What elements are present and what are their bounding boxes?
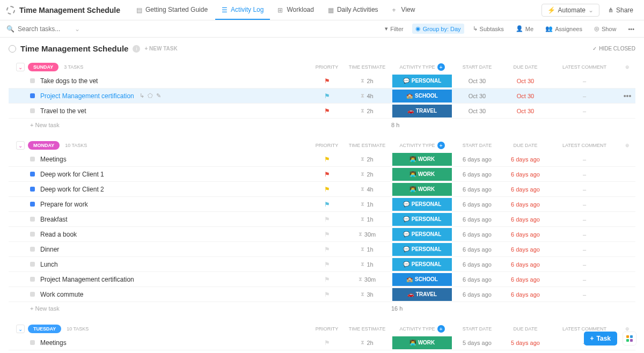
activity-type-cell[interactable]: 💬PERSONAL [391, 75, 453, 87]
time-estimate-cell[interactable]: ⧗2h [343, 108, 391, 114]
add-task-row[interactable]: + New task8 h [9, 119, 635, 128]
due-date-cell[interactable]: 6 days ago [501, 276, 550, 283]
comment-cell[interactable]: – [550, 246, 619, 253]
due-date-cell[interactable]: 6 days ago [501, 186, 550, 193]
search-input[interactable] [18, 25, 71, 33]
task-row[interactable]: Travel to the vet ⚑ ⧗2h 🚗TRAVEL Oct 30 O… [9, 104, 635, 119]
time-estimate-cell[interactable]: ⧗3h [343, 291, 391, 298]
add-column-button[interactable]: ⊕ [619, 64, 635, 70]
task-row[interactable]: Project Management certification ⚑ ⧗30m … [9, 272, 635, 287]
task-name[interactable]: Deep work for Client 2 [40, 186, 104, 193]
col-priority[interactable]: PRIORITY [311, 143, 343, 148]
status-square-icon[interactable] [30, 108, 35, 113]
activity-type-cell[interactable]: 🚗TRAVEL [391, 288, 453, 301]
status-square-icon[interactable] [30, 340, 35, 345]
start-date-cell[interactable]: Oct 30 [453, 93, 501, 99]
automate-button[interactable]: ⚡ Automate ⌄ [541, 4, 599, 17]
col-start[interactable]: START DATE [453, 326, 501, 332]
start-date-cell[interactable]: 6 days ago [453, 186, 501, 193]
add-column-button[interactable]: ⊕ [619, 326, 635, 332]
task-row[interactable]: Meetings ⚑ ⧗2h 👨‍💻WORK 6 days ago 6 days… [9, 152, 635, 167]
time-estimate-cell[interactable]: ⧗1h [343, 201, 391, 208]
assignees-button[interactable]: 👥Assignees [542, 24, 586, 34]
task-name[interactable]: Project Management certification [40, 92, 134, 100]
task-name[interactable]: Travel to the vet [40, 107, 86, 115]
col-priority[interactable]: PRIORITY [311, 326, 343, 332]
day-badge[interactable]: MONDAY [28, 141, 60, 150]
more-button[interactable]: ••• [625, 24, 638, 34]
col-start[interactable]: START DATE [453, 64, 501, 70]
col-start[interactable]: START DATE [453, 143, 501, 148]
group-by-button[interactable]: ◉Group by: Day [412, 24, 464, 34]
comment-cell[interactable]: – [550, 261, 619, 268]
collapse-button[interactable]: ⌄ [16, 141, 25, 150]
info-icon[interactable]: i [133, 45, 140, 53]
activity-type-cell[interactable]: 👨‍💻WORK [391, 183, 453, 196]
priority-cell[interactable]: ⚑ [311, 92, 343, 100]
activity-type-cell[interactable]: 👨‍💻WORK [391, 336, 453, 349]
col-comment[interactable]: LATEST COMMENT [550, 143, 619, 148]
activity-type-cell[interactable]: 🏫SCHOOL [391, 273, 453, 286]
activity-type-cell[interactable]: 💬PERSONAL [391, 243, 453, 256]
status-square-icon[interactable] [30, 277, 35, 282]
comment-cell[interactable]: – [550, 186, 619, 193]
activity-type-cell[interactable]: 👨‍💻WORK [391, 168, 453, 181]
tab-workload[interactable]: ⊞Workload [271, 1, 320, 20]
time-estimate-cell[interactable]: ⧗2h [343, 340, 391, 346]
task-row[interactable]: Read a book ⚑ ⧗30m 💬PERSONAL 6 days ago … [9, 227, 635, 242]
due-date-cell[interactable]: 6 days ago [501, 291, 550, 298]
col-priority[interactable]: PRIORITY [311, 64, 343, 70]
col-activity[interactable]: ACTIVITY TYPE+ [391, 63, 453, 71]
col-time[interactable]: TIME ESTIMATE [343, 143, 391, 148]
comment-cell[interactable]: – [550, 171, 619, 178]
comment-cell[interactable]: – [550, 108, 619, 114]
start-date-cell[interactable]: 6 days ago [453, 216, 501, 223]
start-date-cell[interactable]: 6 days ago [453, 261, 501, 268]
priority-cell[interactable]: ⚑ [311, 77, 343, 85]
comment-cell[interactable]: – [550, 156, 619, 163]
task-row[interactable]: Deep work for Client 2 ⚑ ⧗4h 👨‍💻WORK 6 d… [9, 182, 635, 197]
activity-type-cell[interactable]: 🏫SCHOOL [391, 90, 453, 102]
time-estimate-cell[interactable]: ⧗1h [343, 261, 391, 268]
task-name[interactable]: Lunch [40, 261, 58, 268]
task-row[interactable]: Meetings ⚑ ⧗2h 👨‍💻WORK 5 days ago 5 days… [9, 335, 635, 350]
chevron-down-icon[interactable]: ⌄ [75, 25, 80, 33]
start-date-cell[interactable]: 6 days ago [453, 246, 501, 253]
time-estimate-cell[interactable]: ⧗2h [343, 78, 391, 84]
filter-button[interactable]: ▾Filter [382, 24, 406, 34]
status-square-icon[interactable] [30, 78, 35, 83]
due-date-cell[interactable]: 5 days ago [501, 340, 550, 346]
priority-cell[interactable]: ⚑ [311, 231, 343, 238]
start-date-cell[interactable]: Oct 30 [453, 108, 501, 114]
me-button[interactable]: 👤Me [513, 24, 537, 34]
collapse-button[interactable]: ⌄ [16, 63, 25, 71]
status-square-icon[interactable] [30, 157, 35, 161]
col-due[interactable]: DUE DATE [501, 143, 550, 148]
time-estimate-cell[interactable]: ⧗30m [343, 276, 391, 283]
task-name[interactable]: Read a book [40, 231, 77, 238]
priority-cell[interactable]: ⚑ [311, 107, 343, 115]
due-date-cell[interactable]: Oct 30 [501, 78, 550, 84]
priority-cell[interactable]: ⚑ [311, 156, 343, 163]
subtask-icon[interactable]: ↳ [140, 92, 144, 99]
activity-type-cell[interactable]: 👨‍💻WORK [391, 153, 453, 166]
activity-type-cell[interactable]: 💬PERSONAL [391, 228, 453, 241]
time-estimate-cell[interactable]: ⧗4h [343, 93, 391, 99]
start-date-cell[interactable]: 5 days ago [453, 340, 501, 346]
comment-cell[interactable]: – [550, 231, 619, 238]
due-date-cell[interactable]: 6 days ago [501, 216, 550, 223]
activity-type-cell[interactable]: 💬PERSONAL [391, 198, 453, 211]
start-date-cell[interactable]: 6 days ago [453, 291, 501, 298]
col-activity[interactable]: ACTIVITY TYPE+ [391, 325, 453, 333]
status-square-icon[interactable] [30, 292, 35, 297]
due-date-cell[interactable]: 6 days ago [501, 231, 550, 238]
subtasks-button[interactable]: ↳Subtasks [470, 24, 507, 34]
priority-cell[interactable]: ⚑ [311, 246, 343, 253]
day-badge[interactable]: TUESDAY [28, 325, 61, 333]
add-column-button[interactable]: ⊕ [619, 143, 635, 148]
task-row[interactable]: Deep work for Client 1 ⚑ ⧗2h 👨‍💻WORK 6 d… [9, 167, 635, 182]
tab-activity-log[interactable]: ☰Activity Log [215, 1, 270, 20]
task-name[interactable]: Prepare for work [40, 201, 88, 208]
comment-cell[interactable]: – [550, 291, 619, 298]
tag-icon[interactable]: ⬠ [148, 92, 153, 99]
